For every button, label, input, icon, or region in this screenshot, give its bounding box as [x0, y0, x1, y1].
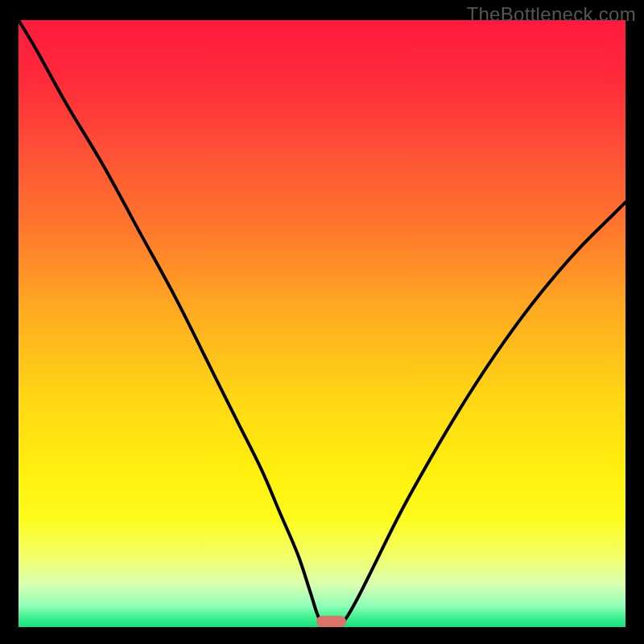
gradient-and-curve — [19, 20, 625, 627]
plot-area — [19, 20, 625, 627]
chart-frame: TheBottleneck.com — [0, 0, 644, 644]
gradient-rect — [19, 20, 625, 627]
watermark-text: TheBottleneck.com — [466, 3, 636, 26]
optimal-marker — [316, 616, 347, 627]
